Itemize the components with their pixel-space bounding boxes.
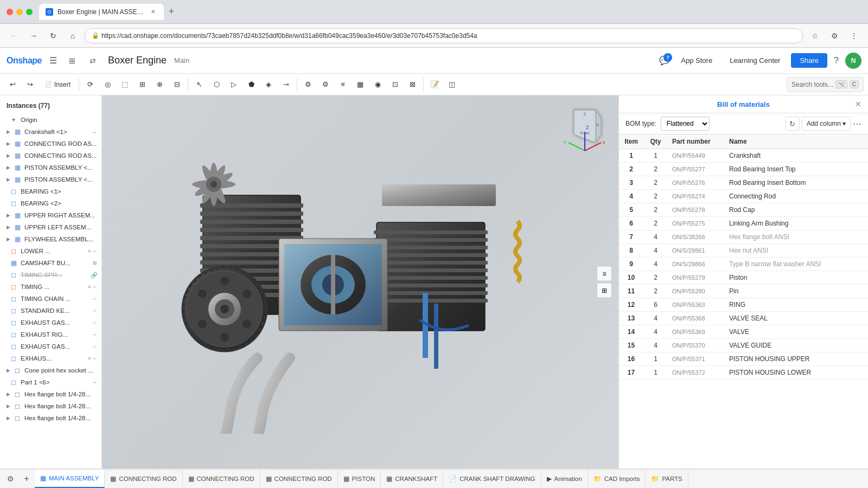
bom-type-select[interactable]: Flattened Structured Top level (661, 117, 710, 131)
insert-button[interactable]: 📄 Insert (39, 77, 76, 92)
mate-btn[interactable]: ⊕ (151, 76, 168, 93)
tab-crank-shaft-drawing[interactable]: 📄 CRANK SHAFT DRAWING (443, 470, 541, 488)
tab-close-button[interactable]: ✕ (149, 8, 157, 16)
tab-connecting-rod-2[interactable]: ▦ CONNECTING ROD (183, 470, 260, 488)
learning-center-button[interactable]: Learning Center (723, 54, 787, 67)
bom-table-row[interactable]: 112ON/P/55280Pin (619, 285, 868, 298)
viewport-gizmo[interactable]: Z R Front X Y Z (558, 102, 612, 156)
bom-close-button[interactable]: ✕ (855, 100, 861, 108)
bom-table-row[interactable]: 102ON/P/55279Piston (619, 271, 868, 285)
measure-btn[interactable]: ⊸ (278, 76, 294, 93)
bom-table-row[interactable]: 22ON/P/55277Rod Bearing Insert Top (619, 163, 868, 176)
sketch-btn[interactable]: ◈ (260, 76, 277, 93)
sidebar-item-piston-1[interactable]: ▶ ▦ PISTON ASSEMBLY <... (0, 162, 101, 174)
tab-parts[interactable]: 📁 PARTS (646, 470, 688, 488)
transparency-btn[interactable]: ◫ (444, 76, 460, 93)
linear-pattern-btn[interactable]: ⊟ (169, 76, 185, 93)
bom-table-row[interactable]: 62ON/P/55275Linking Arm Bushing (619, 217, 868, 230)
onshape-logo[interactable]: Onshape (7, 56, 42, 66)
extensions-button[interactable]: ⚙ (827, 28, 842, 43)
transform-button[interactable]: ⇄ (85, 53, 100, 68)
sidebar-item-bearing-1[interactable]: ◻ BEARING <1> (0, 185, 101, 197)
sidebar-item-camshaft[interactable]: ▦ CAMSHAFT BU... ⊞ (0, 257, 101, 269)
note-btn[interactable]: 📝 (426, 76, 443, 93)
bom-more-button[interactable]: ⋯ (853, 119, 861, 129)
bom-view-button[interactable]: ≡ (597, 266, 612, 281)
sidebar-item-piston-2[interactable]: ▶ ▦ PISTON ASSEMBLY <... (0, 174, 101, 185)
sidebar-item-upper-left[interactable]: ▶ ▦ UPPER LEFT ASSEM... (0, 221, 101, 233)
tab-connecting-rod-3[interactable]: ▦ CONNECTING ROD (260, 470, 338, 488)
undo-button[interactable]: ↩ (4, 76, 21, 93)
sidebar-item-standard-ke[interactable]: ◻ STANDARD KE... ↔ (0, 305, 101, 317)
home-button[interactable]: ⌂ (65, 28, 80, 43)
sidebar-item-conn-rod-2[interactable]: ▶ ▦ CONNECTING ROD AS... (0, 150, 101, 162)
search-tools-input[interactable]: Search tools... ⌥ C (787, 77, 864, 92)
sidebar-item-lower[interactable]: ◻ LOWER ... ≡ ↔ (0, 245, 101, 257)
maximize-button[interactable] (26, 9, 33, 15)
bom-table-row[interactable]: 32ON/P/55276Rod Bearing Insert Bottom (619, 176, 868, 190)
explode-btn[interactable]: ⊠ (404, 76, 420, 93)
sidebar-item-exhaust-gas-2[interactable]: ◻ EXHAUST GAS... ↔ (0, 341, 101, 352)
bom-table-row[interactable]: 154ON/P/55370VALVE GUIDE (619, 339, 868, 352)
help-button[interactable]: ? (832, 54, 841, 68)
bom-refresh-button[interactable]: ↻ (786, 117, 800, 131)
redo-button[interactable]: ↪ (22, 76, 38, 93)
bom-table-row[interactable]: 161ON/P/55371PISTON HOUSING UPPER (619, 352, 868, 366)
sidebar-item-conn-rod-1[interactable]: ▶ ▦ CONNECTING ROD AS... (0, 138, 101, 150)
circular-pattern-btn[interactable]: ⟳ (82, 76, 98, 93)
features-btn[interactable]: ⚙ (300, 76, 316, 93)
refresh-button[interactable]: ↻ (46, 28, 61, 43)
bom-table-row[interactable]: 84ON/S/29861Hex nut ANSI (619, 244, 868, 258)
browser-tab-active[interactable]: O Boxer Engine | MAIN ASSEMBL... ✕ (39, 4, 164, 20)
sidebar-item-timing-chain[interactable]: ◻ TIMING CHAIN ... ↔ (0, 293, 101, 305)
vertex-select-btn[interactable]: ⬟ (243, 76, 259, 93)
close-button[interactable] (7, 9, 13, 15)
notifications-button[interactable]: 💬 7 (659, 55, 670, 66)
bom-table-row[interactable]: 144ON/P/55369VALVE (619, 325, 868, 339)
sim-btn[interactable]: ▦ (352, 76, 368, 93)
3d-viewport[interactable]: Z R Front X Y Z ≡ (102, 95, 618, 468)
sidebar-item-exhaust-rig[interactable]: ◻ EXHAUST RIG... ↔ (0, 329, 101, 341)
edge-select-btn[interactable]: ▷ (226, 76, 242, 93)
address-bar-input[interactable]: 🔒 https://cad.onshape.com/documents/73ca… (85, 28, 803, 43)
col-header-qty[interactable]: Qty (643, 134, 668, 149)
bom-table-row[interactable]: 171ON/P/55372PISTON HOUSING LOWER (619, 366, 868, 380)
sidebar-item-exhaus[interactable]: ◻ EXHAUS... ≡ ↔ (0, 352, 101, 364)
mirror-btn[interactable]: ⊞ (134, 76, 150, 93)
sidebar-item-flywheel[interactable]: ▶ ▦ FLYWHEEL ASSEMBL... (0, 233, 101, 245)
sidebar-item-hex-bolt-3[interactable]: ▶ ◻ Hex flange bolt 1/4-28... (0, 412, 101, 424)
bookmark-button[interactable]: ☆ (807, 28, 822, 43)
bom-table-row[interactable]: 134ON/P/55368VALVE SEAL (619, 312, 868, 325)
sidebar-item-hex-bolt-1[interactable]: ▶ ◻ Hex flange bolt 1/4-28... (0, 388, 101, 400)
sidebar-item-crankshaft[interactable]: ▶ ▦ Crankshaft <1> ↔ (0, 126, 101, 138)
sidebar-item-cone-point[interactable]: ▶ ◻ Cone point hex socket ... (0, 364, 101, 376)
extrude-btn[interactable]: ⬚ (117, 76, 133, 93)
tab-animation[interactable]: ▶ Animation (541, 470, 588, 488)
forward-button[interactable]: → (26, 28, 41, 43)
revolve-btn[interactable]: ◎ (99, 76, 116, 93)
add-column-button[interactable]: Add column ▾ (802, 117, 851, 131)
bottom-add-tab-button[interactable]: + (18, 471, 35, 487)
hamburger-menu-button[interactable]: ☰ (47, 53, 59, 68)
selection-btn[interactable]: ↖ (191, 76, 207, 93)
bom-table-row[interactable]: 94ON/S/29866Type B narrow flat washer AN… (619, 258, 868, 271)
app-store-button[interactable]: App Store (674, 54, 719, 67)
sidebar-item-exhaust-gas-1[interactable]: ◻ EXHAUST GAS... ↔ (0, 317, 101, 329)
user-avatar[interactable]: N (845, 53, 861, 69)
sidebar-item-bearing-2[interactable]: ◻ BEARING <2> (0, 197, 101, 209)
tab-main-assembly[interactable]: ▦ MAIN ASSEMBLY (35, 470, 105, 488)
share-button[interactable]: Share (791, 53, 827, 68)
sidebar-item-timing-1[interactable]: ◻ TIMING ... ≡ ↔ (0, 281, 101, 293)
face-select-btn[interactable]: ⬡ (208, 76, 225, 93)
parts-list-button[interactable]: ⊞ (597, 283, 612, 298)
tab-cad-imports[interactable]: 📁 CAD Imports (588, 470, 646, 488)
sidebar-item-timing-spr[interactable]: ◻ TIMING SPR... 🔗 (0, 269, 101, 281)
col-header-item[interactable]: Item (619, 134, 643, 149)
bom-table-row[interactable]: 52ON/P/55278Rod Cap (619, 203, 868, 217)
bom-table-row[interactable]: 74ON/S/38266Hex flange bolt ANSI (619, 230, 868, 244)
tab-connecting-rod-1[interactable]: ▦ CONNECTING ROD (105, 470, 182, 488)
browser-menu-button[interactable]: ⋮ (846, 28, 861, 43)
minimize-button[interactable] (16, 9, 23, 15)
render-btn[interactable]: ◉ (369, 76, 386, 93)
mate-connector-btn[interactable]: ⚙ (317, 76, 334, 93)
